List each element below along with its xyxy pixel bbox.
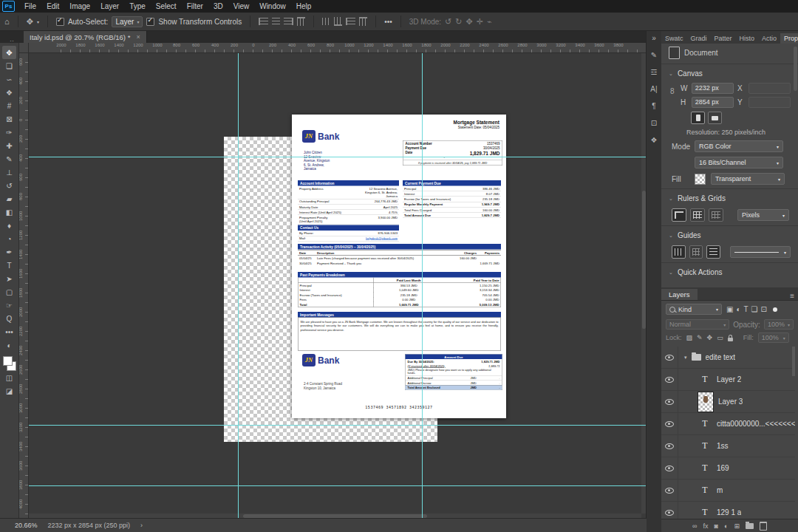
lock-transparency-icon[interactable]: ▨ xyxy=(686,334,693,341)
tool-button[interactable]: Q xyxy=(2,312,16,325)
layers-scrollbar[interactable] xyxy=(792,347,795,376)
fill-swatch[interactable] xyxy=(695,174,706,185)
layers-tab[interactable]: Layers xyxy=(661,289,698,300)
lock-guides-button[interactable] xyxy=(689,245,703,259)
layer-row[interactable]: ▾ T Layer 2 xyxy=(661,369,795,391)
panel-icon[interactable]: » xyxy=(652,34,656,42)
layer-filter-icon[interactable]: ❏ xyxy=(750,305,760,313)
layer-name[interactable]: Layer 3 xyxy=(718,398,743,406)
visibility-eye-icon[interactable] xyxy=(665,510,674,516)
tool-button[interactable]: ♦ xyxy=(2,219,16,232)
panel-tab[interactable]: Patter xyxy=(711,33,736,44)
menu-item[interactable]: 3D xyxy=(208,2,228,10)
toolbar-collapse-icon[interactable]: ‥ xyxy=(0,35,24,43)
guide-horizontal[interactable] xyxy=(28,157,647,157)
fill-dropdown[interactable]: Transparent▾ xyxy=(711,173,785,185)
canvas-height-field[interactable]: 2854 px xyxy=(692,97,734,108)
menu-item[interactable]: Window xyxy=(254,2,291,10)
portrait-orientation-button[interactable] xyxy=(691,112,705,124)
distribute-horizontal-icon[interactable] xyxy=(322,18,330,25)
visibility-eye-icon[interactable] xyxy=(665,421,674,427)
tool-button[interactable]: ◐ xyxy=(2,338,16,352)
tool-button[interactable]: ✑ xyxy=(2,126,16,139)
quick-actions-section-title[interactable]: Quick Actions xyxy=(678,268,723,276)
layer-filter-icon[interactable]: T xyxy=(743,305,750,313)
menu-item[interactable]: Type xyxy=(124,2,151,10)
more-options-icon[interactable]: ••• xyxy=(384,18,392,26)
guide-horizontal[interactable] xyxy=(28,425,647,426)
link-dimensions-icon[interactable]: 8 xyxy=(670,87,675,95)
lock-artboard-icon[interactable]: ▭ xyxy=(717,334,723,341)
tool-button[interactable]: ▰ xyxy=(2,192,16,205)
visibility-eye-icon[interactable] xyxy=(665,488,674,494)
layer-name[interactable]: 169 xyxy=(717,464,729,472)
guide-style-dropdown[interactable]: ▾ xyxy=(730,246,791,258)
layer-name[interactable]: 129 1 a xyxy=(717,508,741,516)
home-icon[interactable]: ⌂ xyxy=(4,17,10,26)
clear-guides-button[interactable] xyxy=(706,245,720,259)
tool-button[interactable]: ✚ xyxy=(2,139,16,152)
panel-icon[interactable]: ❖ xyxy=(651,136,658,144)
distribute-left-icon[interactable] xyxy=(346,18,355,25)
layer-row[interactable]: ▾ T 1ss xyxy=(661,435,795,457)
tool-button[interactable]: ⊥ xyxy=(2,166,16,179)
menu-item[interactable]: Edit xyxy=(41,2,64,10)
visibility-eye-icon[interactable] xyxy=(665,399,674,405)
chevron-down-icon[interactable]: ▾ xyxy=(37,19,39,24)
tool-button[interactable]: ☞ xyxy=(2,299,16,312)
align-left-icon[interactable] xyxy=(259,18,268,25)
auto-select-checkbox[interactable] xyxy=(56,18,64,26)
panel-tab[interactable]: Histo xyxy=(736,33,759,44)
layer-name[interactable]: edite text xyxy=(706,353,736,361)
layer-row[interactable]: ▾ T edite text xyxy=(661,347,795,369)
layers-menu-icon[interactable]: ≡ xyxy=(786,292,798,300)
layer-row[interactable]: ▾ T m xyxy=(661,480,795,502)
tool-button[interactable]: ⊠ xyxy=(2,112,16,126)
tool-button[interactable]: ••• xyxy=(2,325,16,338)
align-center-icon[interactable] xyxy=(272,18,280,25)
document-tab[interactable]: Italy id.psd @ 20.7% (RGB/16) * × xyxy=(24,31,147,43)
layers-action-icon[interactable]: ⊞ xyxy=(734,522,740,530)
visibility-eye-icon[interactable] xyxy=(665,466,674,471)
tool-button[interactable]: T xyxy=(2,259,16,272)
tool-button[interactable]: ❖ xyxy=(2,86,16,99)
show-transform-checkbox[interactable] xyxy=(146,18,154,26)
visibility-eye-icon[interactable] xyxy=(665,355,674,361)
tool-button[interactable]: # xyxy=(2,99,16,112)
layer-name[interactable]: m xyxy=(717,486,723,494)
menu-item[interactable]: Layer xyxy=(95,2,124,10)
tool-button[interactable]: ∽ xyxy=(2,72,16,86)
panel-icon[interactable]: ⊡ xyxy=(651,119,657,127)
layer-filter-kind-dropdown[interactable]: Kind▾ xyxy=(666,304,722,315)
layer-filter-icon[interactable]: ◐ xyxy=(734,305,742,313)
guide-horizontal[interactable] xyxy=(28,485,647,486)
toggle-rulers-button[interactable] xyxy=(672,208,686,222)
move-tool-icon[interactable]: ✥ xyxy=(27,17,33,27)
tool-button[interactable]: ◔ xyxy=(2,232,16,245)
layer-filter-icon[interactable]: ▣ xyxy=(725,305,734,313)
properties-scrollbar[interactable] xyxy=(794,47,797,91)
layers-action-icon[interactable]: ◙ xyxy=(715,522,718,530)
menu-item[interactable]: Filter xyxy=(182,2,208,10)
status-arrow-icon[interactable]: › xyxy=(140,522,143,529)
canvas-width-field[interactable]: 2232 px xyxy=(692,83,734,94)
bit-depth-dropdown[interactable]: 16 Bits/Channel▾ xyxy=(695,157,783,168)
tool-button[interactable]: ❏ xyxy=(2,59,16,72)
lock-position-icon[interactable]: ✥ xyxy=(707,334,713,341)
align-top-icon[interactable] xyxy=(297,17,305,26)
tool-button[interactable]: ◧ xyxy=(2,205,16,219)
menu-item[interactable]: View xyxy=(228,2,255,10)
panel-icon[interactable]: ¶ xyxy=(652,102,655,110)
panel-tab[interactable]: Properties xyxy=(780,33,798,44)
tool-button[interactable]: ↺ xyxy=(2,179,16,192)
panel-icon[interactable]: ☲ xyxy=(651,68,658,76)
lock-all-icon[interactable] xyxy=(728,338,733,341)
rulers-grids-section-title[interactable]: Rulers & Grids xyxy=(678,194,726,202)
layer-filter-icon[interactable]: ⊡ xyxy=(760,305,768,313)
menu-item[interactable]: File xyxy=(19,2,41,10)
panel-icon[interactable]: A| xyxy=(650,85,657,93)
auto-select-target-dropdown[interactable]: Layer▾ xyxy=(112,16,143,27)
visibility-eye-icon[interactable] xyxy=(665,377,674,383)
delete-layer-icon[interactable] xyxy=(760,522,767,531)
lock-pixels-icon[interactable]: ✎ xyxy=(697,334,703,341)
